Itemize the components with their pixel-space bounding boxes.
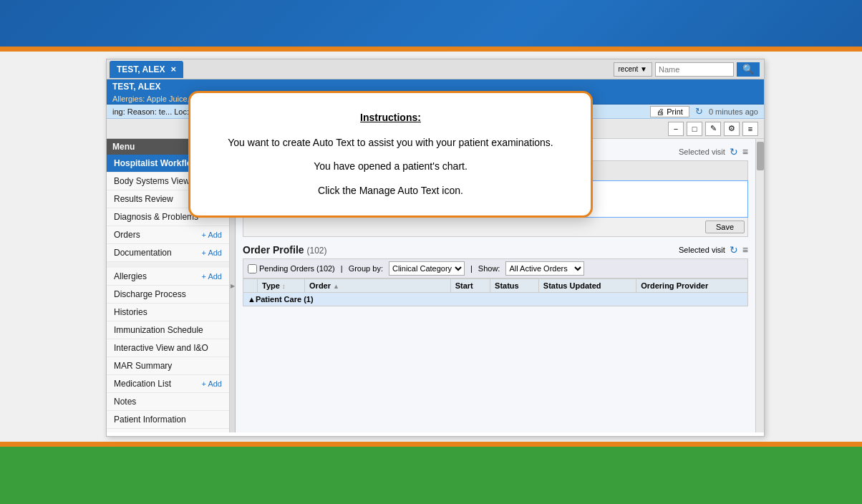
save-button[interactable]: Save	[705, 220, 745, 233]
order-profile-header: Order Profile (102) Selected visit ↻ ≡	[243, 244, 748, 256]
order-profile-title: Order Profile (102)	[243, 244, 327, 256]
resize-arrow-icon: ▶	[231, 283, 235, 289]
right-scrollbar[interactable]	[755, 139, 764, 432]
patient-tab-close[interactable]: ×	[171, 64, 177, 74]
editor-cursor	[246, 185, 247, 195]
pending-orders-checkbox-label[interactable]: Pending Orders (102)	[248, 264, 335, 273]
sidebar-item-discharge[interactable]: Discharge Process	[107, 286, 229, 304]
sidebar-resize-handle[interactable]: ▶	[230, 139, 236, 432]
sidebar-item-mar-summary[interactable]: MAR Summary	[107, 357, 229, 375]
order-profile-section: Order Profile (102) Selected visit ↻ ≡ P…	[243, 244, 748, 306]
icon-toolbar: − □ ✎ ⚙ ≡	[107, 119, 764, 139]
body-area: Menu Hospitalist Workflow Body Systems V…	[107, 139, 764, 432]
type-col-sort: ↕	[282, 283, 286, 290]
show-select[interactable]: All Active Orders	[505, 261, 584, 276]
medication-add-btn[interactable]: + Add	[202, 379, 222, 388]
font-size-select[interactable]: 9	[293, 163, 321, 179]
refresh-icon[interactable]: ↻	[695, 106, 703, 117]
group-by-label: Group by:	[349, 264, 383, 273]
col-ordering-provider[interactable]: Ordering Provider	[636, 279, 748, 293]
show-label: Show:	[478, 264, 500, 273]
sidebar-item-diagnosis-problems[interactable]: Diagnosis & Problems	[107, 208, 229, 226]
font-family-select[interactable]: Tahoma	[246, 163, 291, 179]
col-type[interactable]: Type ↕	[258, 279, 305, 293]
sidebar-item-documentation[interactable]: Documentation + Add	[107, 244, 229, 262]
sidebar-item-notes[interactable]: Notes	[107, 393, 229, 411]
top-orange-stripe	[0, 47, 862, 52]
order-refresh-icon[interactable]: ↻	[730, 244, 738, 256]
pending-orders-checkbox[interactable]	[248, 264, 257, 273]
toolbar-color-btn[interactable]: A▾	[442, 163, 460, 179]
selected-visit-label: Selected visit	[679, 147, 725, 156]
toolbar-separator-3	[463, 165, 464, 178]
toolbar-cut-btn[interactable]: ✂	[329, 163, 345, 179]
orders-add-btn[interactable]: + Add	[202, 231, 222, 239]
sidebar-item-patient-information[interactable]: Patient Information	[107, 411, 229, 429]
toolbar-align-right-btn[interactable]: ≡	[503, 163, 519, 179]
subjective-controls: Selected visit ↻ ≡	[679, 146, 748, 158]
order-filter-row: Pending Orders (102) | Group by: Clinica…	[243, 258, 748, 278]
recent-dropdown-btn[interactable]: recent ▼	[614, 62, 652, 77]
subjective-refresh-icon[interactable]: ↻	[730, 146, 738, 158]
sidebar-item-medication-list[interactable]: Medication List + Add	[107, 375, 229, 393]
order-table: Type ↕ Order ▲ Start Status	[243, 278, 748, 306]
col-status[interactable]: Status	[490, 279, 539, 293]
save-row: Save	[243, 218, 748, 237]
subjective-section: Subjective/History of Present Illness Se…	[243, 146, 748, 237]
sidebar-item-body-systems[interactable]: Body Systems View	[107, 173, 229, 190]
sidebar-item-results-review[interactable]: Results Review	[107, 190, 229, 208]
editor-body[interactable]	[243, 180, 748, 218]
expand-btn[interactable]: □	[687, 122, 702, 136]
toolbar-bold-btn[interactable]: B	[389, 163, 405, 179]
col-order[interactable]: Order ▲	[305, 279, 451, 293]
notification-row: ing: Reason: te... Loc:NLP0018 Pri... 🖨 …	[107, 105, 764, 119]
toolbar-paste-btn[interactable]: 📋	[365, 163, 381, 179]
toolbar-align-left-btn[interactable]: ≡	[468, 163, 483, 179]
time-ago: 0 minutes ago	[709, 107, 758, 116]
toolbar-underline-btn[interactable]: U	[425, 163, 440, 179]
col-checkbox	[243, 279, 258, 293]
order-profile-controls: Selected visit ↻ ≡	[679, 244, 748, 256]
toolbar-link-btn[interactable]: 🔗	[539, 163, 555, 179]
minimize-btn[interactable]: −	[668, 122, 684, 136]
sidebar-item-immunization[interactable]: Immunization Schedule	[107, 321, 229, 339]
col-status-updated[interactable]: Status Updated	[538, 279, 636, 293]
sidebar-menu-header: Menu	[107, 139, 229, 155]
content-area: Subjective/History of Present Illness Se…	[236, 139, 755, 432]
patient-care-row[interactable]: ▲Patient Care (1)	[243, 293, 748, 306]
scroll-thumb[interactable]	[757, 142, 764, 170]
toolbar-align-center-btn[interactable]: ≡	[485, 163, 501, 179]
toolbar-justify-btn[interactable]: ≡	[521, 163, 537, 179]
app-window: TEST, ALEX × recent ▼ 🔍 TEST, ALEX Aller…	[106, 59, 765, 437]
top-bar	[0, 0, 862, 47]
patient-header: TEST, ALEX	[107, 79, 764, 94]
toolbar-separator-1	[325, 165, 326, 178]
sidebar-item-hospitalist-workflow[interactable]: Hospitalist Workflow	[107, 155, 229, 173]
toolbar-copy-btn[interactable]: 📋	[347, 163, 363, 179]
toolbar-separator-2	[384, 165, 385, 178]
manage-autotext-btn[interactable]: ✎	[705, 122, 721, 136]
toolbar-italic-btn[interactable]: I	[407, 163, 422, 179]
search-button[interactable]: 🔍	[737, 62, 760, 77]
sidebar-item-allergies[interactable]: Allergies + Add	[107, 268, 229, 286]
print-button[interactable]: 🖨 Print	[650, 106, 689, 117]
settings-icon-btn[interactable]: ⚙	[724, 122, 740, 136]
sidebar: Menu Hospitalist Workflow Body Systems V…	[107, 139, 230, 432]
sidebar-item-interactive-view[interactable]: Interactive View and I&O	[107, 339, 229, 357]
name-search-input[interactable]	[655, 62, 734, 77]
patient-tab[interactable]: TEST, ALEX ×	[110, 61, 183, 78]
menu-btn[interactable]: ≡	[742, 122, 758, 136]
group-by-select[interactable]: Clinical Category	[389, 261, 465, 276]
col-start[interactable]: Start	[450, 279, 490, 293]
subjective-menu-icon[interactable]: ≡	[742, 146, 748, 158]
documentation-add-btn[interactable]: + Add	[202, 248, 222, 257]
allergies-add-btn[interactable]: + Add	[202, 272, 222, 281]
patient-full-name: TEST, ALEX	[112, 82, 161, 92]
sidebar-item-histories[interactable]: Histories	[107, 304, 229, 321]
sidebar-item-historical-viewer[interactable]: Historical Viewer	[107, 429, 229, 432]
order-count: (102)	[306, 246, 326, 256]
order-menu-icon[interactable]: ≡	[742, 244, 748, 256]
sidebar-item-orders[interactable]: Orders + Add	[107, 226, 229, 244]
editor-toolbar: Tahoma 9 ✂ 📋 📋 B I U A▾ ≡ ≡	[243, 160, 748, 180]
patient-tab-label: TEST, ALEX	[117, 64, 165, 74]
